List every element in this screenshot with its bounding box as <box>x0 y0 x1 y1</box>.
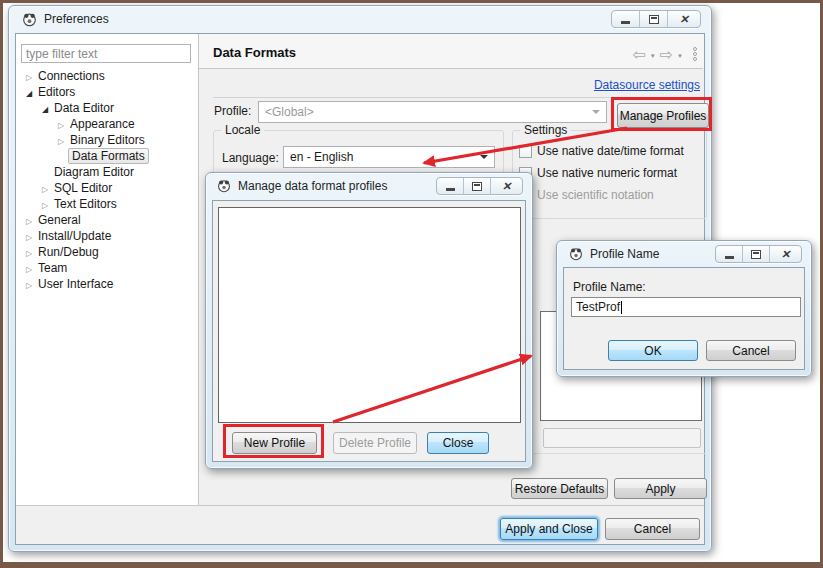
sidebar: Connections Editors Data Editor Appearan… <box>16 34 199 506</box>
checkbox-label: Use native numeric format <box>537 166 677 180</box>
close-button[interactable]: Close <box>427 432 489 454</box>
filter-input[interactable] <box>21 44 191 63</box>
minimize-button[interactable] <box>716 246 743 262</box>
profile-combo-value: <Global> <box>265 105 314 119</box>
maximize-button[interactable] <box>743 246 770 262</box>
tree-collapse-icon[interactable] <box>22 245 36 259</box>
close-button[interactable] <box>491 178 522 194</box>
profile-label: Profile: <box>214 104 251 118</box>
delete-profile-button: Delete Profile <box>333 432 417 454</box>
checkbox-native-datetime[interactable]: Use native date/time format <box>519 144 684 158</box>
profile-dialog-titlebar[interactable]: Profile Name <box>557 241 811 267</box>
minimize-button[interactable] <box>612 11 640 27</box>
ok-button[interactable]: OK <box>608 340 698 361</box>
screenshot: Preferences Connections Editors Data Edi… <box>0 0 823 568</box>
profile-name-label: Profile Name: <box>573 280 646 294</box>
sidebar-item-install-update[interactable]: Install/Update <box>16 228 197 244</box>
window-controls <box>611 10 701 28</box>
sidebar-item-sql-editor[interactable]: SQL Editor <box>16 180 197 196</box>
tree-expand-icon[interactable] <box>22 85 36 99</box>
dropdown-arrow-icon <box>592 110 600 114</box>
dialog-button-bar: Apply and Close Cancel <box>16 505 704 544</box>
tree-collapse-icon[interactable] <box>22 229 36 243</box>
nav-forward-menu-icon[interactable] <box>677 47 683 61</box>
dialog-title: Profile Name <box>590 247 659 261</box>
header-separator <box>199 68 703 69</box>
profile-name-dialog: Profile Name Profile Name: TestProf OK C… <box>556 240 812 377</box>
sidebar-item-label: Data Formats <box>68 148 149 164</box>
tree-collapse-icon[interactable] <box>38 197 52 211</box>
maximize-button[interactable] <box>640 11 668 27</box>
close-button[interactable] <box>668 11 700 27</box>
sidebar-item-appearance[interactable]: Appearance <box>16 116 197 132</box>
manage-profiles-button[interactable]: Manage Profiles <box>617 103 709 128</box>
sidebar-item-connections[interactable]: Connections <box>16 68 197 84</box>
nav-back-menu-icon[interactable] <box>650 47 656 61</box>
sidebar-item-run-debug[interactable]: Run/Debug <box>16 244 197 260</box>
profile-name-input[interactable]: TestProf <box>571 297 801 317</box>
datasource-settings-link[interactable]: Datasource settings <box>594 78 700 92</box>
sidebar-item-label: Install/Update <box>36 229 113 243</box>
sidebar-item-label: Appearance <box>68 117 137 131</box>
button-bar-separator <box>16 505 704 506</box>
sidebar-item-label: Run/Debug <box>36 245 101 259</box>
profile-combo[interactable]: <Global> <box>258 101 607 123</box>
link-separator <box>213 97 701 98</box>
tree-collapse-icon[interactable] <box>38 181 52 195</box>
cancel-button[interactable]: Cancel <box>605 518 700 540</box>
manage-dialog-content: New Profile Delete Profile Close <box>212 200 526 462</box>
sidebar-item-label: Text Editors <box>52 197 119 211</box>
sidebar-item-user-interface[interactable]: User Interface <box>16 276 197 292</box>
sidebar-item-data-editor[interactable]: Data Editor <box>16 100 197 116</box>
sidebar-item-team[interactable]: Team <box>16 260 197 276</box>
sidebar-item-label: Editors <box>36 85 77 99</box>
sidebar-item-label: Diagram Editor <box>52 165 136 179</box>
sidebar-item-text-editors[interactable]: Text Editors <box>16 196 197 212</box>
tree-collapse-icon[interactable] <box>54 117 68 131</box>
tree-expand-icon[interactable] <box>38 101 52 115</box>
nav-forward-icon[interactable] <box>660 45 673 64</box>
sidebar-item-label: General <box>36 213 83 227</box>
sidebar-item-general[interactable]: General <box>16 212 197 228</box>
manage-dialog-titlebar[interactable]: Manage data format profiles <box>206 173 532 200</box>
dialog-title: Manage data format profiles <box>238 179 387 193</box>
minimize-button[interactable] <box>437 178 464 194</box>
sidebar-item-label: Team <box>36 261 69 275</box>
tree-collapse-icon[interactable] <box>22 213 36 227</box>
app-icon <box>569 247 583 261</box>
maximize-button[interactable] <box>464 178 491 194</box>
manage-profiles-dialog: Manage data format profiles New Profile … <box>205 172 533 469</box>
language-combo[interactable]: en - English <box>283 146 495 168</box>
restore-defaults-button[interactable]: Restore Defaults <box>511 478 608 499</box>
sidebar-item-data-formats[interactable]: Data Formats <box>16 148 197 164</box>
checkbox-native-numeric[interactable]: Use native numeric format <box>519 166 677 180</box>
menu-dots-icon[interactable] <box>693 47 697 61</box>
sidebar-item-label: Binary Editors <box>68 133 147 147</box>
disabled-field-fragment <box>543 428 701 448</box>
language-combo-value: en - English <box>290 150 353 164</box>
window-controls <box>715 245 802 263</box>
text-caret <box>621 301 622 314</box>
sidebar-item-label: Connections <box>36 69 107 83</box>
cancel-button[interactable]: Cancel <box>706 340 796 361</box>
tree-collapse-icon[interactable] <box>22 261 36 275</box>
sidebar-item-label: Data Editor <box>52 101 116 115</box>
profiles-list[interactable] <box>218 207 521 423</box>
close-button[interactable] <box>770 246 801 262</box>
tree-collapse-icon[interactable] <box>54 133 68 147</box>
profile-name-value: TestProf <box>576 300 620 314</box>
nav-back-icon[interactable] <box>632 45 645 64</box>
new-profile-button[interactable]: New Profile <box>232 432 317 454</box>
preferences-tree: Connections Editors Data Editor Appearan… <box>16 68 197 292</box>
checkbox-icon[interactable] <box>519 145 532 158</box>
sidebar-item-editors[interactable]: Editors <box>16 84 197 100</box>
apply-button[interactable]: Apply <box>614 478 707 499</box>
apply-and-close-button[interactable]: Apply and Close <box>500 518 598 540</box>
sidebar-item-diagram-editor[interactable]: Diagram Editor <box>16 164 197 180</box>
tree-collapse-icon[interactable] <box>22 277 36 291</box>
preferences-titlebar[interactable]: Preferences <box>9 6 711 33</box>
window-controls <box>436 177 523 195</box>
tree-collapse-icon[interactable] <box>22 69 36 83</box>
window-title: Preferences <box>44 12 109 26</box>
sidebar-item-binary-editors[interactable]: Binary Editors <box>16 132 197 148</box>
